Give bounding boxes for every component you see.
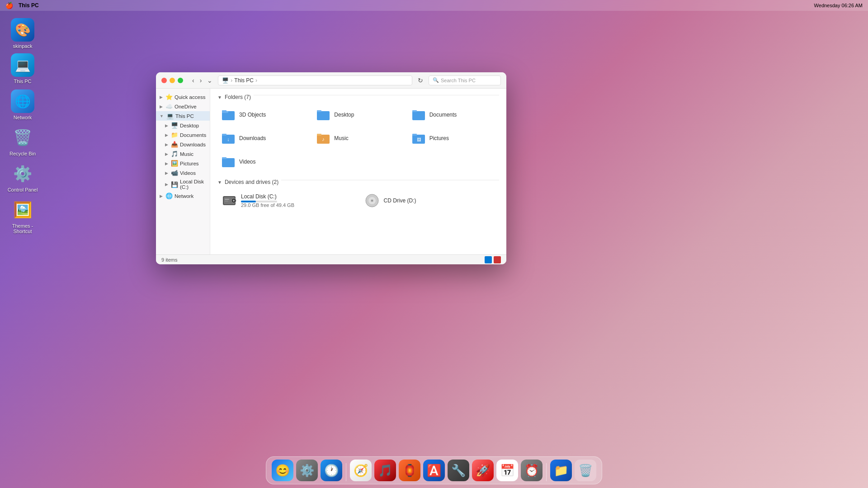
list-view-button[interactable] <box>494 256 501 263</box>
breadcrumb-end-arrow: › <box>255 77 257 84</box>
network-label: Network <box>14 115 32 120</box>
dock-separator <box>346 463 346 481</box>
desktop-icon-network[interactable]: 🌐 Network <box>5 89 41 120</box>
folder-label-3dobjects: 3D Objects <box>239 112 266 118</box>
recycle-label: Recycle Bin <box>9 151 36 156</box>
expand-icon: ▶ <box>160 194 163 198</box>
thispc-sidebar-label: This PC <box>175 113 194 119</box>
maximize-button[interactable] <box>178 78 183 83</box>
menubar-right: Wednesday 06:26 AM <box>814 3 863 8</box>
folder-item-3dobjects[interactable]: 3D Objects <box>217 105 309 125</box>
forward-button[interactable]: › <box>198 76 204 85</box>
folders-section-header[interactable]: ▼ Folders (7) <box>217 94 499 100</box>
clock-icon: 🕐 <box>324 464 339 478</box>
section-divider <box>254 95 499 95</box>
quickaccess-icon: ⭐ <box>165 94 173 100</box>
expand-icon: ▶ <box>165 152 168 156</box>
drive-item-localdisk[interactable]: Local Disk (C:) 29.0 GB free of 49.4 GB <box>217 190 357 211</box>
folders-section-label: Folders (7) <box>225 94 251 100</box>
drives-grid: Local Disk (C:) 29.0 GB free of 49.4 GB <box>217 190 499 211</box>
svg-rect-16 <box>222 158 235 167</box>
expand-icon: ▶ <box>165 123 168 128</box>
videos-sidebar-label: Videos <box>180 170 196 176</box>
folder-label-documents: Documents <box>429 112 457 118</box>
sidebar-item-documents[interactable]: ▶ 📁 Documents <box>156 130 210 140</box>
dock-files[interactable]: 📁 <box>550 460 572 481</box>
dock-migration[interactable]: 🔧 <box>448 460 469 481</box>
sidebar-item-pictures[interactable]: ▶ 🖼️ Pictures <box>156 159 210 168</box>
dock-appstore[interactable]: 🅰️ <box>423 460 445 481</box>
folder-item-downloads[interactable]: ↓ Downloads <box>217 128 309 148</box>
apple-menu[interactable]: 🍎 <box>5 2 13 9</box>
sidebar-item-network[interactable]: ▶ 🌐 Network <box>156 191 210 201</box>
dock-safari[interactable]: 🧭 <box>350 460 372 481</box>
grid-view-button[interactable] <box>485 256 492 263</box>
sidebar-item-localdisk[interactable]: ▶ 💾 Local Disk (C:) <box>156 178 210 191</box>
breadcrumb[interactable]: 🖥️ › This PC › <box>218 75 412 85</box>
dock-timemachine[interactable]: ⏰ <box>521 460 542 481</box>
drive-name-localdisk: Local Disk (C:) <box>241 193 294 200</box>
drive-icon-localdisk <box>221 192 237 209</box>
dock-music[interactable]: 🎵 <box>374 460 396 481</box>
desktop-icon-skinpack[interactable]: 🎨 skinpack <box>5 18 41 49</box>
sidebar-item-quickaccess[interactable]: ▶ ⭐ Quick access <box>156 92 210 102</box>
dock-calendar[interactable]: 📅 <box>496 460 518 481</box>
dock-substance[interactable]: 🏮 <box>399 460 420 481</box>
sidebar-item-desktop[interactable]: ▶ 🖥️ Desktop <box>156 121 210 130</box>
thispc-sidebar-icon: 💻 <box>166 113 174 119</box>
svg-text:🖼: 🖼 <box>416 137 420 142</box>
title-bar: ‹ › ⌄ 🖥️ › This PC › ↻ 🔍 Search This PC <box>156 72 506 89</box>
localdisk-sidebar-label: Local Disk (C:) <box>180 179 206 190</box>
search-bar[interactable]: 🔍 Search This PC <box>429 75 501 85</box>
dock-trash[interactable]: 🗑️ <box>575 460 596 481</box>
folder-icon-videos <box>221 155 236 169</box>
drive-name-cddrive: CD Drive (D:) <box>384 197 416 204</box>
folder-item-desktop[interactable]: Desktop <box>312 105 404 125</box>
folder-item-pictures[interactable]: 🖼 Pictures <box>408 128 499 148</box>
back-button[interactable]: ‹ <box>190 76 196 85</box>
sidebar-item-music[interactable]: ▶ 🎵 Music <box>156 149 210 159</box>
folder-label-pictures: Pictures <box>429 135 449 141</box>
trash-icon: 🗑️ <box>578 464 593 478</box>
downloads-sidebar-icon: 📥 <box>171 141 178 148</box>
folder-icon-desktop <box>316 108 330 122</box>
dock: 😊 ⚙️ 🕐 🧭 🎵 🏮 🅰️ 🔧 🚀 📅 ⏰ 📁 🗑️ <box>266 456 602 484</box>
music-sidebar-label: Music <box>180 151 193 157</box>
dock-clock[interactable]: 🕐 <box>321 460 342 481</box>
folder-item-documents[interactable]: Documents <box>408 105 499 125</box>
folder-item-videos[interactable]: Videos <box>217 152 309 172</box>
substance-icon: 🏮 <box>402 464 417 478</box>
refresh-button[interactable]: ↻ <box>416 76 425 85</box>
sidebar-item-downloads[interactable]: ▶ 📥 Downloads <box>156 140 210 149</box>
svg-rect-17 <box>222 157 226 159</box>
folder-item-music[interactable]: ♪ Music <box>312 128 404 148</box>
dock-system-prefs[interactable]: ⚙️ <box>296 460 318 481</box>
minimize-button[interactable] <box>170 78 175 83</box>
close-button[interactable] <box>161 78 167 83</box>
folder-label-videos: Videos <box>239 159 255 165</box>
svg-rect-6 <box>412 110 417 112</box>
dock-finder[interactable]: 😊 <box>272 460 293 481</box>
desktop-icon-controlpanel[interactable]: ⚙️ Control Panel <box>5 162 41 192</box>
drives-section-header[interactable]: ▼ Devices and drives (2) <box>217 179 499 185</box>
search-placeholder: Search This PC <box>441 78 476 83</box>
sidebar-item-videos[interactable]: ▶ 📹 Videos <box>156 168 210 178</box>
desktop-icon-thispc[interactable]: 💻 This PC <box>5 53 41 84</box>
search-icon: 🔍 <box>433 77 439 83</box>
sidebar: ▶ ⭐ Quick access ▶ ☁️ OneDrive ▼ 💻 This … <box>156 89 210 254</box>
pictures-sidebar-icon: 🖼️ <box>171 160 178 167</box>
network-sidebar-icon: 🌐 <box>165 192 173 199</box>
desktop-icon-themes[interactable]: 🖼️ Themes - Shortcut <box>5 198 41 234</box>
sidebar-item-onedrive[interactable]: ▶ ☁️ OneDrive <box>156 102 210 111</box>
dropdown-button[interactable]: ⌄ <box>205 76 214 85</box>
dock-launchpad[interactable]: 🚀 <box>472 460 494 481</box>
svg-rect-14 <box>412 134 417 136</box>
system-prefs-icon: ⚙️ <box>300 464 314 478</box>
desktop-icon-recycle[interactable]: 🗑️ Recycle Bin <box>5 126 41 156</box>
svg-rect-2 <box>222 110 226 112</box>
expand-icon: ▶ <box>165 182 168 187</box>
drive-item-cddrive[interactable]: CD Drive (D:) <box>360 190 500 211</box>
network-sidebar-label: Network <box>175 193 193 199</box>
sidebar-item-thispc[interactable]: ▼ 💻 This PC <box>156 111 210 121</box>
launchpad-icon: 🚀 <box>476 464 490 478</box>
